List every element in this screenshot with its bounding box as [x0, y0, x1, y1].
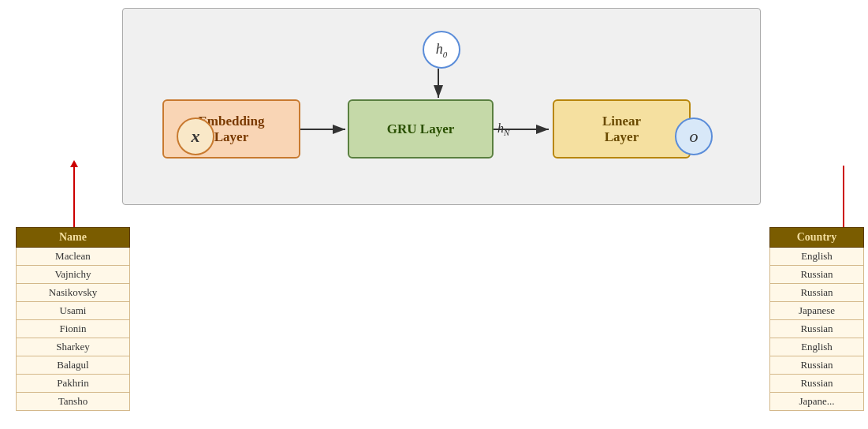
h0-node: h0 — [423, 31, 460, 69]
gru-layer-label: GRU Layer — [387, 121, 454, 137]
table-row: Maclean — [17, 248, 130, 266]
o-node: o — [675, 118, 713, 155]
table-row: Usami — [17, 302, 130, 320]
table-row: Nasikovsky — [17, 284, 130, 302]
linear-layer-box: LinearLayer — [553, 99, 691, 159]
table-row: English — [770, 248, 864, 266]
table-row: Russian — [770, 284, 864, 302]
country-table: Country EnglishRussianRussianJapaneseRus… — [769, 227, 864, 411]
input-red-arrow — [73, 166, 75, 229]
table-row: Japane... — [770, 393, 864, 411]
output-red-arrow — [843, 166, 844, 229]
country-column-header: Country — [770, 228, 864, 248]
table-row: Vajnichy — [17, 266, 130, 284]
o-label: o — [690, 126, 698, 147]
table-row: Tansho — [17, 393, 130, 411]
table-row: Russian — [770, 356, 864, 375]
table-row: Pakhrin — [17, 375, 130, 393]
table-row: Sharkey — [17, 338, 130, 356]
diagram-box: h0 EmbeddingLayer GRU Layer LinearLayer … — [122, 8, 761, 205]
h0-label: h0 — [436, 41, 448, 59]
linear-layer-label: LinearLayer — [602, 114, 641, 145]
table-row: Russian — [770, 266, 864, 284]
table-row: Russian — [770, 320, 864, 338]
table-row: Fionin — [17, 320, 130, 338]
hN-label: hN — [497, 121, 509, 137]
table-row: English — [770, 338, 864, 356]
name-column-header: Name — [17, 228, 130, 248]
table-row: Russian — [770, 375, 864, 393]
gru-layer-box: GRU Layer — [348, 99, 494, 159]
x-label: x — [192, 126, 200, 147]
x-node: x — [177, 118, 214, 155]
name-table: Name MacleanVajnichyNasikovskyUsamiFioni… — [16, 227, 130, 411]
table-row: Balagul — [17, 356, 130, 375]
table-row: Japanese — [770, 302, 864, 320]
